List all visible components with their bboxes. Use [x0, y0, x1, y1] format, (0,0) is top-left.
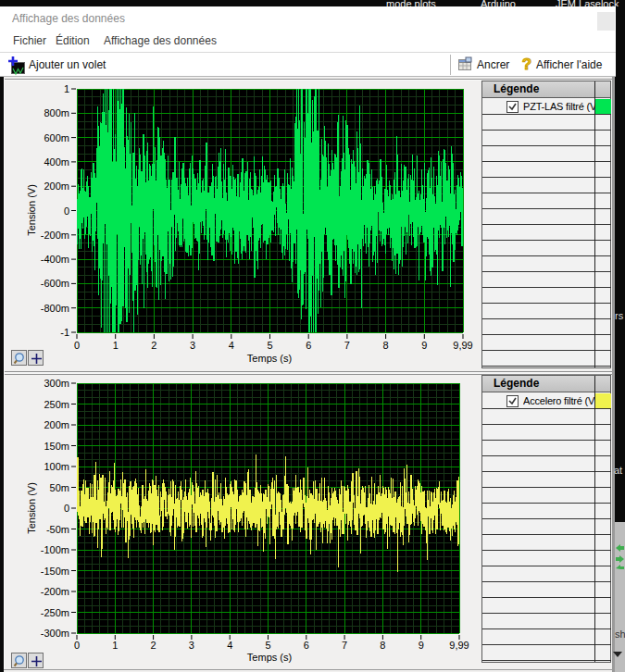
svg-text:7: 7: [342, 640, 347, 651]
svg-text:7: 7: [344, 340, 350, 351]
svg-text:-300m: -300m: [41, 628, 69, 639]
svg-text:-800m: -800m: [41, 303, 69, 314]
svg-text:-150m: -150m: [41, 566, 69, 577]
svg-text:8: 8: [380, 640, 385, 651]
svg-text:8: 8: [383, 340, 389, 351]
svg-text:9,99: 9,99: [449, 640, 469, 651]
svg-text:9: 9: [421, 340, 427, 351]
svg-text:2: 2: [151, 640, 156, 651]
svg-text:4: 4: [227, 640, 232, 651]
svg-text:150m: 150m: [44, 441, 69, 452]
svg-text:250m: 250m: [44, 399, 69, 410]
svg-text:1: 1: [112, 640, 118, 651]
svg-text:0: 0: [64, 205, 69, 217]
svg-text:200m: 200m: [44, 180, 69, 192]
svg-text:-1: -1: [60, 327, 69, 338]
svg-text:-50m: -50m: [46, 524, 69, 535]
svg-text:Tension (V): Tension (V): [26, 184, 37, 236]
svg-text:1: 1: [113, 340, 119, 351]
svg-text:0: 0: [64, 503, 69, 514]
svg-text:100m: 100m: [44, 461, 69, 472]
svg-text:3: 3: [189, 640, 194, 651]
svg-text:6: 6: [306, 340, 311, 351]
svg-text:600m: 600m: [44, 132, 69, 143]
svg-text:-400m: -400m: [41, 254, 69, 265]
svg-text:200m: 200m: [44, 419, 69, 430]
svg-text:?: ?: [522, 56, 531, 73]
svg-text:5: 5: [265, 640, 270, 651]
svg-text:300m: 300m: [44, 378, 69, 389]
svg-text:-100m: -100m: [41, 544, 69, 555]
svg-text:0: 0: [74, 640, 80, 651]
svg-text:Temps (s): Temps (s): [247, 652, 292, 663]
svg-text:-200m: -200m: [41, 230, 69, 241]
svg-text:5: 5: [267, 340, 272, 351]
svg-text:9: 9: [419, 640, 424, 651]
svg-text:2: 2: [151, 340, 156, 351]
svg-text:800m: 800m: [44, 107, 69, 118]
svg-text:-200m: -200m: [41, 586, 69, 597]
svg-text:Tension (V): Tension (V): [26, 482, 37, 534]
svg-text:-600m: -600m: [41, 278, 69, 289]
svg-text:0: 0: [74, 340, 80, 351]
svg-text:400m: 400m: [44, 156, 69, 168]
svg-text:6: 6: [304, 640, 309, 651]
svg-text:Temps (s): Temps (s): [247, 353, 292, 364]
svg-text:-250m: -250m: [41, 607, 69, 618]
svg-text:4: 4: [229, 340, 234, 351]
svg-text:1: 1: [64, 83, 69, 94]
svg-text:3: 3: [190, 340, 195, 351]
svg-text:9,99: 9,99: [453, 340, 472, 351]
svg-text:50m: 50m: [50, 482, 69, 493]
